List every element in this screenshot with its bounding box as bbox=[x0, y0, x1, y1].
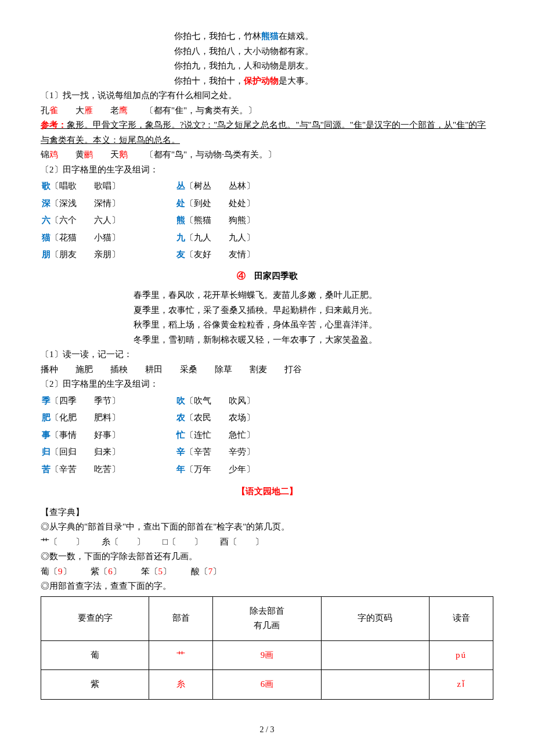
garden-title: 【语文园地二】 bbox=[41, 484, 493, 499]
td-strokes: 9画 bbox=[213, 640, 321, 670]
table-row: 归〔回归 归来〕辛〔辛苦 辛劳〕 bbox=[42, 444, 492, 460]
th-char: 要查的字 bbox=[41, 596, 149, 640]
td-radical: 糸 bbox=[149, 670, 213, 700]
poem-body: 春季里，春风吹，花开草长蝴蝶飞。麦苗儿多嫩，桑叶儿正肥。 夏季里，农事忙，采了蚕… bbox=[134, 288, 493, 347]
td-char: 紫 bbox=[41, 670, 149, 700]
table-row: 朋〔朋友 亲朋〕友〔友好 友情〕 bbox=[42, 247, 492, 263]
td-page bbox=[321, 640, 429, 670]
rhyme-line: 你拍七，我拍七，竹林熊猫在嬉戏。 bbox=[174, 29, 493, 44]
td-pinyin: zǐ bbox=[430, 670, 493, 700]
table-row: 葡 艹 9画 pú bbox=[41, 640, 493, 670]
table-row: 紫 糸 6画 zǐ bbox=[41, 670, 493, 700]
table-row: 季〔四季 季节〕吹〔吹气 吹风〕 bbox=[42, 393, 492, 409]
question-1-line2: 锦鸡 黄鹂 天鹅 〔都有"鸟"，与动物·鸟类有关。〕 bbox=[41, 147, 493, 163]
reference-text: 参考：象形。甲骨文字形，象鸟形。?说文?："鸟之短尾之总名也。"与"鸟"同源。"… bbox=[41, 118, 493, 147]
question-1-title: 〔1〕找一找，说说每组加点的字有什么相同之处。 bbox=[41, 88, 493, 103]
table-row: 歌〔唱歌 歌唱〕丛〔树丛 丛林〕 bbox=[42, 178, 492, 195]
vocab-table-1: 歌〔唱歌 歌唱〕丛〔树丛 丛林〕 深〔深浅 深情〕处〔到处 处处〕 六〔六个 六… bbox=[41, 177, 493, 264]
th-page: 字的页码 bbox=[321, 596, 429, 640]
dict-subtitle: 【查字典】 bbox=[41, 505, 493, 520]
td-pinyin: pú bbox=[430, 640, 493, 670]
question-4-title: 〔2〕田字格里的生字及组词： bbox=[41, 377, 493, 392]
question-1-line1: 孔雀 大雁 老鹰 〔都有"隹"，与禽类有关。〕 bbox=[41, 103, 493, 118]
table-row: 苦〔辛苦 吃苦〕年〔万年 少年〕 bbox=[42, 462, 492, 478]
td-page bbox=[321, 670, 429, 700]
rhyme-block: 你拍七，我拍七，竹林熊猫在嬉戏。 你拍八，我拍八，大小动物都有家。 你拍九，我拍… bbox=[174, 29, 493, 88]
poem-line: 夏季里，农事忙，采了蚕桑又插秧。早起勤耕作，归来戴月光。 bbox=[134, 303, 493, 318]
dict-line1: ◎从字典的"部首目录"中，查出下面的部首在"检字表"的第几页。 bbox=[41, 520, 493, 535]
td-strokes: 6画 bbox=[213, 670, 321, 700]
question-3-title: 〔1〕读一读，记一记： bbox=[41, 347, 493, 362]
rhyme-line: 你拍八，我拍八，大小动物都有家。 bbox=[174, 44, 493, 59]
rhyme-line: 你拍十，我拍十，保护动物是大事。 bbox=[174, 74, 493, 89]
table-row: 猫〔花猫 小猫〕九〔九人 九人〕 bbox=[42, 230, 492, 246]
poem-line: 秋季里，稻上场，谷像黄金粒粒香，身体虽辛苦，心里喜洋洋。 bbox=[134, 318, 493, 333]
question-2-title: 〔2〕田字格里的生字及组词： bbox=[41, 163, 493, 178]
table-row: 深〔深浅 深情〕处〔到处 处处〕 bbox=[42, 196, 492, 212]
page-footer: 2 / 3 bbox=[41, 723, 493, 737]
poem-title: ④ 田家四季歌 bbox=[41, 269, 493, 284]
question-3-words: 播种 施肥 插秧 耕田 采桑 除草 割麦 打谷 bbox=[41, 362, 493, 377]
dict-line2-items: 葡〔9〕 紫〔6〕 笨〔5〕 酸〔7〕 bbox=[41, 564, 493, 579]
td-char: 葡 bbox=[41, 640, 149, 670]
poem-line: 春季里，春风吹，花开草长蝴蝶飞。麦苗儿多嫩，桑叶儿正肥。 bbox=[134, 288, 493, 303]
vocab-table-2: 季〔四季 季节〕吹〔吹气 吹风〕 肥〔化肥 肥料〕农〔农民 农场〕 事〔事情 好… bbox=[41, 392, 493, 479]
td-radical: 艹 bbox=[149, 640, 213, 670]
th-pinyin: 读音 bbox=[430, 596, 493, 640]
th-strokes: 除去部首 有几画 bbox=[213, 596, 321, 640]
lookup-table: 要查的字 部首 除去部首 有几画 字的页码 读音 葡 艹 9画 pú 紫 糸 6… bbox=[41, 596, 493, 700]
poem-line: 冬季里，雪初晴，新制棉衣暖又轻，一年农事了，大家笑盈盈。 bbox=[134, 333, 493, 348]
dict-line1-items: 艹〔 〕 糸〔 〕 □〔 〕 酉〔 〕 bbox=[41, 535, 493, 550]
th-radical: 部首 bbox=[149, 596, 213, 640]
table-row: 肥〔化肥 肥料〕农〔农民 农场〕 bbox=[42, 410, 492, 426]
table-row: 六〔六个 六人〕熊〔熊猫 狗熊〕 bbox=[42, 213, 492, 229]
dict-line2: ◎数一数，下面的字除去部首还有几画。 bbox=[41, 549, 493, 564]
table-header-row: 要查的字 部首 除去部首 有几画 字的页码 读音 bbox=[41, 596, 493, 640]
rhyme-line: 你拍九，我拍九，人和动物是朋友。 bbox=[174, 59, 493, 74]
table-row: 事〔事情 好事〕忙〔连忙 急忙〕 bbox=[42, 427, 492, 444]
dict-line3: ◎用部首查字法，查查下面的字。 bbox=[41, 579, 493, 594]
